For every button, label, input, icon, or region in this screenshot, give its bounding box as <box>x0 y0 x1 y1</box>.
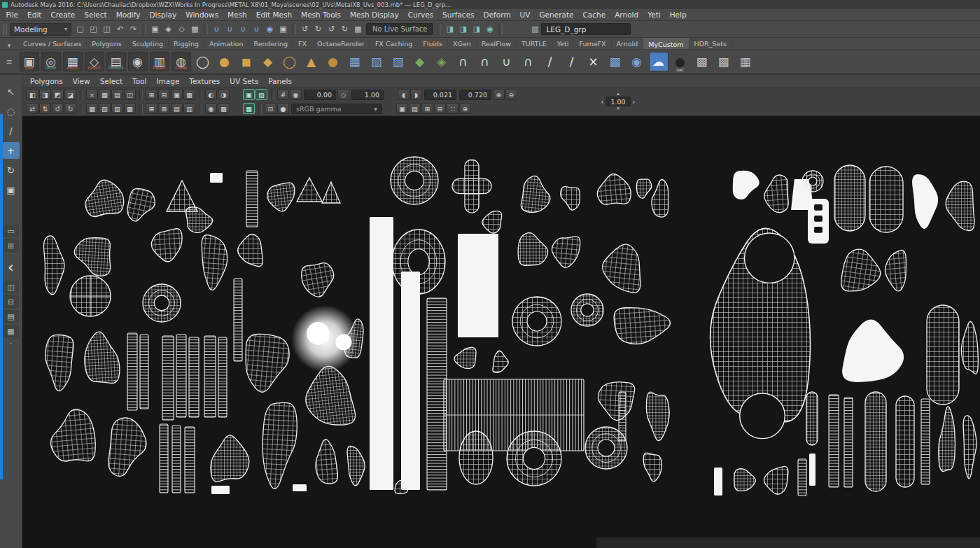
menu-set-dropdown[interactable]: Modeling ▾ <box>10 23 71 36</box>
shelf-cone-button[interactable]: ▲ <box>301 50 322 73</box>
uv-shell[interactable] <box>83 331 120 385</box>
uv-tool-button[interactable]: ◉ <box>290 89 302 100</box>
shelf-tab-rendering[interactable]: Rendering <box>248 38 293 49</box>
uv-shell[interactable] <box>946 181 974 231</box>
menu-edit-mesh[interactable]: Edit Mesh <box>251 10 296 19</box>
layout-outliner-button[interactable]: ▤ <box>4 310 19 323</box>
paint-select-tool[interactable]: ∕ <box>3 122 20 139</box>
uv-tool-button[interactable]: ▩ <box>183 89 195 100</box>
uv-shell[interactable] <box>108 417 148 478</box>
uv-shell[interactable] <box>314 439 338 484</box>
uv-shell[interactable] <box>322 182 340 203</box>
hypershade-button[interactable]: ◉ <box>483 22 496 36</box>
uv-shell[interactable] <box>140 335 148 409</box>
uv-shell[interactable] <box>961 321 978 374</box>
shelf-checker-a-button[interactable]: ▩ <box>692 50 713 73</box>
menu-mesh-display[interactable]: Mesh Display <box>345 10 403 19</box>
snap-to-point-button[interactable]: ∪ <box>237 22 250 36</box>
shelf-menu-button[interactable]: ▾ <box>0 42 18 49</box>
uv-shell[interactable] <box>43 334 74 391</box>
uv-shell[interactable] <box>347 446 365 485</box>
uv-shell[interactable] <box>143 284 181 322</box>
uv-shell[interactable] <box>302 364 356 428</box>
uv-shell[interactable] <box>242 333 290 395</box>
uv-shell[interactable] <box>401 272 420 490</box>
uv-shell[interactable] <box>521 175 552 214</box>
uv-shell[interactable] <box>865 392 886 491</box>
uv-shell[interactable] <box>619 392 626 441</box>
uv-tool-button[interactable]: ▧ <box>99 103 111 114</box>
uv-menu-select[interactable]: Select <box>95 77 127 85</box>
rotate-tool[interactable]: ↻ <box>3 162 20 178</box>
snap-to-curve-button[interactable]: ∪ <box>223 22 237 36</box>
menu-modify[interactable]: Modify <box>111 10 145 19</box>
shelf-uv-fold-button[interactable]: ▧ <box>366 50 387 73</box>
ipr-render-button[interactable]: ◨ <box>456 22 470 36</box>
shelf-a-button[interactable]: ◉A <box>128 52 148 71</box>
uv-menu-polygons[interactable]: Polygons <box>25 77 68 85</box>
lasso-select-tool[interactable]: ◌ <box>3 103 20 120</box>
uv-shell[interactable] <box>939 407 955 472</box>
history-list-button[interactable]: ▦ <box>351 22 365 36</box>
shelf-arc-d-button[interactable]: ∩ <box>518 50 539 73</box>
uv-tool-button[interactable]: ◫ <box>124 89 136 100</box>
menu-windows[interactable]: Windows <box>181 10 223 19</box>
menu-curves[interactable]: Curves <box>403 10 438 19</box>
uv-tool-button[interactable]: ◐ <box>205 89 217 100</box>
uv-tool-button[interactable]: ● <box>277 103 289 114</box>
new-scene-button[interactable]: ▢ <box>74 22 87 36</box>
uv-tool-button[interactable]: ▣ <box>396 103 408 114</box>
menu-mesh[interactable]: Mesh <box>223 10 252 19</box>
shelf-tab-yeti[interactable]: Yeti <box>552 38 575 49</box>
select-hierarchy-button[interactable]: ▣ <box>148 22 162 36</box>
uv-shell[interactable] <box>211 435 249 482</box>
shelf-tab-fluids[interactable]: Fluids <box>418 38 448 49</box>
menu-cache[interactable]: Cache <box>578 10 610 19</box>
uv-shell[interactable] <box>734 469 756 491</box>
shelf-tab-octanerender[interactable]: OctaneRender <box>312 38 370 49</box>
uv-shell[interactable] <box>600 242 644 293</box>
shelf-circle-button[interactable]: ◯ <box>192 50 214 73</box>
spinner-down-icon[interactable]: ▾ <box>617 106 620 111</box>
uv-shell[interactable] <box>189 337 199 417</box>
uv-menu-panels[interactable]: Panels <box>263 77 297 85</box>
shelf-torus-button[interactable]: ◯ <box>279 50 300 73</box>
uv-shell[interactable] <box>204 336 216 417</box>
menu-uv[interactable]: UV <box>515 10 535 19</box>
shelf-tab-curves-surfaces[interactable]: Curves / Surfaces <box>18 38 87 49</box>
uv-shell[interactable] <box>185 427 195 493</box>
uv-shell[interactable] <box>597 381 636 421</box>
spinner-up-icon[interactable]: ▴ <box>617 92 620 97</box>
shelf-tab-rigging[interactable]: Rigging <box>169 38 204 49</box>
uv-tool-button[interactable]: × <box>86 89 98 100</box>
uv-tool-button[interactable]: ↻ <box>64 103 76 114</box>
shelf-tab-turtle[interactable]: TURTLE <box>517 38 552 49</box>
shelf-tab-realflow[interactable]: RealFlow <box>477 38 517 49</box>
history-toggle-button[interactable]: ↻ <box>338 22 351 36</box>
save-scene-button[interactable]: ◫ <box>100 22 113 36</box>
uv-menu-uv-sets[interactable]: UV Sets <box>225 77 263 85</box>
shelf-green-b-button[interactable]: ◈ <box>431 50 452 73</box>
uv-shell[interactable] <box>452 160 491 213</box>
uv-shell[interactable] <box>714 468 722 496</box>
select-component-button[interactable]: ◇ <box>175 22 188 36</box>
menu-display[interactable]: Display <box>145 10 181 19</box>
uv-tool-button[interactable]: ⊠ <box>158 103 170 114</box>
shelf-green-a-button[interactable]: ◆ <box>410 50 430 73</box>
uv-shell[interactable] <box>512 297 561 346</box>
uv-shell[interactable] <box>74 237 112 276</box>
uv-shell[interactable] <box>763 174 790 213</box>
uv-shell[interactable] <box>246 171 258 227</box>
uv-value-field[interactable]: 1.00 <box>351 90 384 100</box>
shelf-transfer-button[interactable]: ▤TRANSFE <box>106 52 126 71</box>
shelf-polycone-button[interactable]: ◆ <box>258 50 279 73</box>
select-tool[interactable]: ↖ <box>3 83 20 100</box>
shelf-dotted-grid-button[interactable]: ▩ <box>605 50 626 73</box>
uv-tool-button[interactable]: ⊡ <box>265 103 276 114</box>
shelf-tab-arnold[interactable]: Arnold <box>612 38 644 49</box>
uv-tool-button[interactable]: ▨ <box>111 103 123 114</box>
uv-shell[interactable] <box>652 180 668 218</box>
shelf-tab-hdr-sets[interactable]: HDR_Sets <box>690 38 732 49</box>
uv-shell[interactable] <box>260 402 299 490</box>
menu-generate[interactable]: Generate <box>535 10 578 19</box>
